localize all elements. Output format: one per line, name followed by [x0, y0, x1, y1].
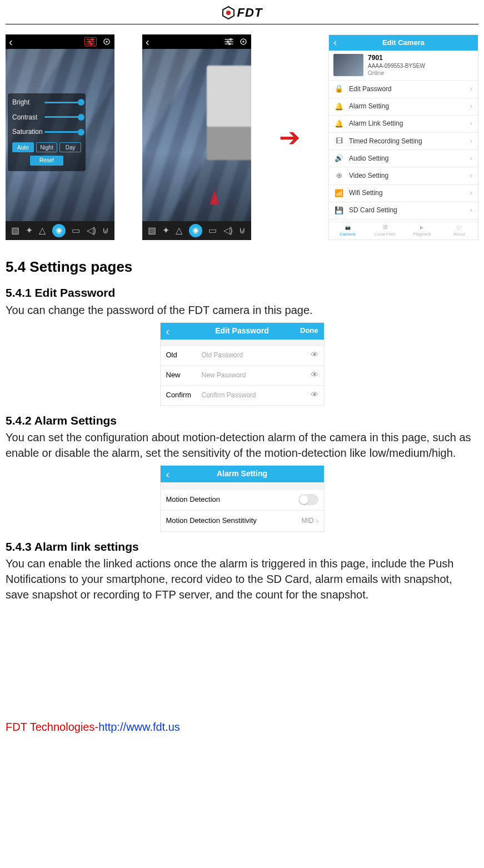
- warning-icon[interactable]: △: [176, 225, 182, 237]
- svg-point-3: [92, 38, 93, 40]
- svg-point-9: [106, 41, 108, 43]
- svg-point-5: [89, 41, 91, 42]
- settings-item-label: Wifi Setting: [349, 188, 383, 198]
- motion-detection-label: Motion Detection: [166, 495, 221, 505]
- settings-item-label: SD Card Setting: [349, 206, 397, 215]
- adjust-sliders-icon[interactable]: [84, 37, 97, 46]
- audio-icon[interactable]: ◁): [87, 225, 96, 237]
- warning-icon[interactable]: △: [39, 225, 46, 237]
- camera-card[interactable]: 7901 AAAA-099553-BYSEW Online: [329, 51, 478, 81]
- settings-item-audio[interactable]: 🔊 Audio Setting ›: [329, 150, 478, 167]
- speaker-icon: 🔊: [335, 153, 343, 163]
- chevron-right-icon: ›: [470, 119, 472, 128]
- footer-company: FDT Technologies-: [6, 721, 98, 733]
- settings-item-edit-password[interactable]: 🔒 Edit Password ›: [329, 81, 478, 98]
- tab-about[interactable]: ⓘ About: [441, 222, 478, 240]
- brightness-slider[interactable]: Bright: [12, 98, 81, 107]
- done-button[interactable]: Done: [300, 326, 318, 336]
- audio-icon[interactable]: ◁): [223, 225, 233, 237]
- old-password-input[interactable]: Old Password: [202, 351, 311, 360]
- snapshot-icon[interactable]: ◉: [52, 224, 66, 237]
- edit-camera-title: Edit Camera: [382, 38, 425, 48]
- subsection-title-543: 5.4.3 Alarm link settings: [6, 538, 478, 555]
- record-icon[interactable]: ▭: [208, 225, 217, 237]
- saturation-slider[interactable]: Saturation: [12, 127, 81, 137]
- record-icon[interactable]: ▭: [72, 225, 80, 237]
- svg-point-17: [242, 41, 245, 43]
- gear-icon[interactable]: [239, 37, 248, 46]
- brand-logo-icon: [222, 6, 235, 19]
- mode-auto-button[interactable]: Auto: [12, 142, 34, 152]
- new-password-label: New: [166, 370, 202, 380]
- files-tab-icon: 🖼: [383, 225, 387, 231]
- tab-label: Camera: [340, 231, 355, 237]
- ptz-icon[interactable]: ✦: [26, 225, 33, 237]
- phone2-topbar: ‹: [142, 34, 251, 49]
- tab-local-files[interactable]: 🖼 Local Files: [366, 222, 403, 240]
- footer-url[interactable]: http://www.fdt.us: [98, 721, 180, 733]
- subsection-desc-543: You can enable the linked actions once t…: [6, 556, 478, 602]
- saturation-label: Saturation: [12, 127, 41, 137]
- confirm-password-input[interactable]: Confirm Password: [202, 391, 311, 400]
- back-icon[interactable]: ‹: [333, 36, 337, 49]
- motion-detection-toggle[interactable]: [298, 494, 318, 505]
- eye-icon[interactable]: 👁: [311, 370, 318, 381]
- mode-night-button[interactable]: Night: [36, 142, 58, 152]
- contrast-slider[interactable]: Contrast: [12, 113, 81, 122]
- alarm-setting-panel: ‹ Alarm Setting Motion Detection Motion …: [160, 465, 325, 532]
- settings-item-video[interactable]: ⊕ Video Setting ›: [329, 167, 478, 184]
- gallery-icon[interactable]: ▧: [11, 225, 19, 237]
- settings-item-label: Timed Recording Setting: [349, 137, 422, 146]
- settings-item-label: Alarm Setting: [349, 102, 389, 111]
- settings-item-sd-card[interactable]: 💾 SD Card Setting ›: [329, 202, 478, 220]
- settings-item-alarm-link[interactable]: 🔔 Alarm Link Setting ›: [329, 116, 478, 133]
- confirm-password-row[interactable]: Confirm Confirm Password 👁: [161, 385, 324, 405]
- video-icon: ⊕: [335, 171, 343, 181]
- settings-item-alarm-setting[interactable]: 🔔 Alarm Setting ›: [329, 98, 478, 116]
- mode-day-button[interactable]: Day: [59, 142, 81, 152]
- back-icon[interactable]: ‹: [146, 34, 149, 49]
- brand-logo: FDT: [222, 4, 263, 22]
- edit-password-header: Edit Password: [215, 326, 268, 337]
- camera-status: Online: [368, 69, 425, 77]
- camera-live-view[interactable]: [142, 49, 251, 221]
- tab-playback[interactable]: ▶ Playback: [403, 222, 441, 240]
- settings-item-label: Edit Password: [349, 84, 392, 94]
- chevron-right-icon: ›: [470, 171, 472, 181]
- settings-item-timed-recording[interactable]: 🎞 Timed Recording Setting ›: [329, 133, 478, 150]
- motion-sensitivity-row[interactable]: Motion Detection Senstitivity MID ›: [161, 510, 324, 531]
- chevron-right-icon: ›: [470, 188, 472, 198]
- subsection-desc-541: You can change the password of the FDT c…: [6, 302, 478, 318]
- bell-icon: 🔔: [335, 102, 343, 112]
- mic-icon[interactable]: ⊍: [102, 225, 109, 237]
- reset-button[interactable]: Reset: [30, 156, 63, 166]
- old-password-row[interactable]: Old Old Password 👁: [161, 345, 324, 365]
- brightness-label: Bright: [12, 98, 41, 107]
- back-icon[interactable]: ‹: [166, 466, 170, 482]
- gallery-icon[interactable]: ▧: [148, 225, 156, 237]
- ptz-icon[interactable]: ✦: [162, 225, 169, 237]
- camera-live-view[interactable]: Bright Contrast Saturation Auto Night Da…: [6, 49, 114, 221]
- camera-thumbnail: [333, 54, 363, 76]
- adjust-sliders-icon[interactable]: [224, 38, 233, 45]
- new-password-row[interactable]: New New Password 👁: [161, 365, 324, 385]
- tab-camera[interactable]: 📷 Camera: [329, 222, 366, 240]
- gear-icon[interactable]: [102, 37, 111, 46]
- mic-icon[interactable]: ⊍: [239, 225, 246, 237]
- film-icon: 🎞: [335, 136, 343, 146]
- new-password-input[interactable]: New Password: [202, 371, 311, 380]
- phone-screenshot-3: ‹ Edit Camera 7901 AAAA-099553-BYSEW Onl…: [328, 34, 478, 240]
- bell-icon: 🔔: [335, 119, 343, 129]
- settings-list: 🔒 Edit Password › 🔔 Alarm Setting › 🔔 Al…: [329, 81, 478, 221]
- settings-item-wifi[interactable]: 📶 Wifi Setting ›: [329, 185, 478, 202]
- back-icon[interactable]: ‹: [9, 34, 13, 49]
- eye-icon[interactable]: 👁: [311, 390, 318, 401]
- tab-label: Playback: [413, 231, 431, 237]
- wifi-icon: 📶: [335, 188, 343, 198]
- snapshot-icon[interactable]: ◉: [189, 224, 202, 237]
- bottom-tabbar: 📷 Camera 🖼 Local Files ▶ Playback ⓘ Abou…: [329, 222, 478, 240]
- phone1-topbar: ‹: [6, 34, 114, 49]
- eye-icon[interactable]: 👁: [311, 350, 318, 361]
- subsection-desc-542: You can set the configuration about moti…: [6, 430, 478, 461]
- back-icon[interactable]: ‹: [166, 323, 170, 339]
